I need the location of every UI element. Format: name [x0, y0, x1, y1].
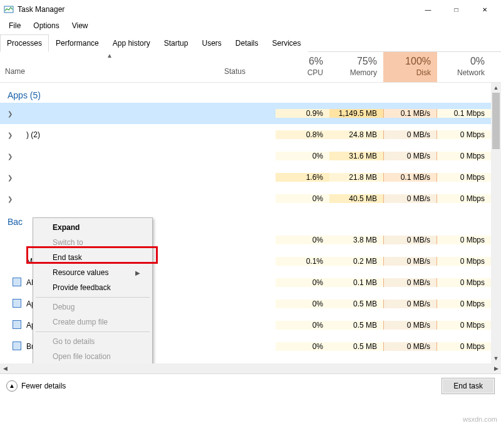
cell-cpu: 0% — [276, 236, 329, 244]
process-icon — [13, 320, 23, 330]
table-row[interactable]: ❯0%31.6 MB0 MB/s0 Mbps — [0, 145, 501, 167]
process-icon — [13, 256, 23, 266]
cell-network: 0 Mbps — [437, 257, 491, 266]
cell-cpu: 0% — [276, 321, 329, 330]
cell-network: 0 Mbps — [437, 130, 491, 139]
watermark: wsxdn.com — [463, 415, 497, 423]
cell-network: 0.1 Mbps — [437, 109, 491, 118]
header-disk[interactable]: 100% Disk — [383, 52, 437, 82]
cell-network: 0 Mbps — [437, 173, 491, 182]
context-menu-separator — [36, 331, 150, 332]
menu-view[interactable]: View — [66, 20, 95, 31]
horizontal-scrollbar[interactable]: ◀ ▶ — [0, 363, 501, 373]
header-cpu[interactable]: 6% CPU — [276, 52, 329, 82]
footer: ▲ Fewer details End task — [0, 373, 501, 397]
context-menu-separator — [36, 297, 150, 298]
cell-disk: 0 MB/s — [383, 321, 437, 330]
process-icon — [13, 194, 23, 204]
cell-network: 0 Mbps — [437, 300, 491, 308]
scroll-left-icon[interactable]: ◀ — [0, 363, 10, 373]
tab-details[interactable]: Details — [229, 34, 266, 52]
chevron-right-icon[interactable]: ❯ — [5, 174, 13, 181]
cell-memory: 24.8 MB — [329, 130, 383, 139]
close-button[interactable]: ✕ — [470, 0, 498, 19]
title-bar: Task Manager — □ ✕ — [0, 0, 501, 19]
context-menu-item: Go to details — [35, 334, 150, 349]
cell-disk: 0 MB/s — [383, 236, 437, 244]
cell-cpu: 0% — [276, 300, 329, 308]
cell-disk: 0 MB/s — [383, 300, 437, 308]
group-header: Apps (5) — [0, 83, 501, 103]
table-row[interactable]: ❯0.9%1,149.5 MB0.1 MB/s0.1 Mbps — [0, 103, 501, 124]
cell-network: 0 Mbps — [437, 342, 491, 351]
tab-users[interactable]: Users — [195, 34, 228, 52]
cell-cpu: 1.6% — [276, 173, 329, 182]
chevron-right-icon[interactable]: ❯ — [5, 110, 13, 117]
svg-rect-0 — [4, 6, 13, 13]
context-menu-item[interactable]: Expand — [35, 220, 150, 235]
minimize-button[interactable]: — — [414, 0, 442, 19]
process-icon — [13, 108, 23, 118]
process-icon — [13, 278, 23, 288]
tab-performance[interactable]: Performance — [49, 34, 106, 52]
fewer-details-button[interactable]: ▲ Fewer details — [6, 380, 66, 392]
cell-memory: 3.8 MB — [329, 236, 383, 244]
cell-network: 0 Mbps — [437, 236, 491, 244]
chevron-up-icon: ▲ — [6, 380, 18, 392]
cell-memory: 0.5 MB — [329, 342, 383, 351]
context-menu-item: Open file location — [35, 349, 150, 363]
cell-disk: 0 MB/s — [383, 257, 437, 266]
menu-file[interactable]: File — [3, 20, 27, 31]
context-menu-item: Create dump file — [35, 315, 150, 330]
cell-disk: 0 MB/s — [383, 278, 437, 287]
header-memory[interactable]: 75% Memory — [329, 52, 383, 82]
process-icon — [13, 151, 23, 161]
table-row[interactable]: ❯0%40.5 MB0 MB/s0 Mbps — [0, 188, 501, 209]
cell-disk: 0 MB/s — [383, 342, 437, 351]
cell-disk: 0.1 MB/s — [383, 173, 437, 182]
scroll-right-icon[interactable]: ▶ — [491, 363, 501, 373]
table-row[interactable]: ❯) (2)0.8%24.8 MB0 MB/s0 Mbps — [0, 124, 501, 145]
scroll-thumb[interactable] — [492, 93, 500, 149]
chevron-right-icon: ▶ — [135, 269, 140, 276]
cell-memory: 0.1 MB — [329, 278, 383, 287]
header-network[interactable]: 0% Network — [437, 52, 491, 82]
process-list: Apps (5)❯0.9%1,149.5 MB0.1 MB/s0.1 Mbps❯… — [0, 83, 501, 363]
cell-memory: 0.5 MB — [329, 321, 383, 330]
cell-cpu: 0.9% — [276, 109, 329, 118]
cell-memory: 21.8 MB — [329, 173, 383, 182]
cell-disk: 0 MB/s — [383, 152, 437, 160]
header-name[interactable]: ▲ Name — [0, 52, 219, 82]
context-menu-item[interactable]: Resource values▶ — [35, 265, 150, 280]
cell-network: 0 Mbps — [437, 152, 491, 160]
tab-startup[interactable]: Startup — [157, 34, 195, 52]
task-manager-icon — [4, 4, 14, 14]
cell-cpu: 0.8% — [276, 130, 329, 139]
chevron-right-icon[interactable]: ❯ — [5, 132, 13, 138]
process-icon — [13, 172, 23, 182]
scroll-down-icon[interactable]: ▼ — [491, 353, 501, 363]
end-task-button[interactable]: End task — [442, 378, 495, 394]
tab-processes[interactable]: Processes — [0, 34, 49, 52]
tab-app-history[interactable]: App history — [106, 34, 157, 52]
header-status[interactable]: Status — [219, 52, 276, 82]
process-icon — [13, 341, 23, 352]
chevron-right-icon[interactable]: ❯ — [5, 195, 13, 202]
vertical-scrollbar[interactable]: ▲ ▼ — [491, 83, 501, 363]
process-icon — [13, 235, 23, 245]
context-menu-item[interactable]: Provide feedback — [35, 280, 150, 295]
tab-services[interactable]: Services — [266, 34, 308, 52]
table-row[interactable]: ❯1.6%21.8 MB0.1 MB/s0 Mbps — [0, 167, 501, 188]
cell-cpu: 0.1% — [276, 257, 329, 266]
process-icon — [13, 130, 23, 140]
menu-options[interactable]: Options — [27, 20, 65, 31]
chevron-right-icon[interactable]: ❯ — [5, 153, 13, 160]
context-menu-item[interactable]: End task — [35, 250, 150, 265]
process-name: ) (2) — [26, 130, 40, 139]
cell-cpu: 0% — [276, 278, 329, 287]
cell-memory: 0.2 MB — [329, 257, 383, 266]
context-menu: ExpandSwitch toEnd taskResource values▶P… — [33, 217, 153, 363]
process-icon — [13, 299, 23, 309]
scroll-up-icon[interactable]: ▲ — [491, 83, 501, 93]
maximize-button[interactable]: □ — [442, 0, 470, 19]
